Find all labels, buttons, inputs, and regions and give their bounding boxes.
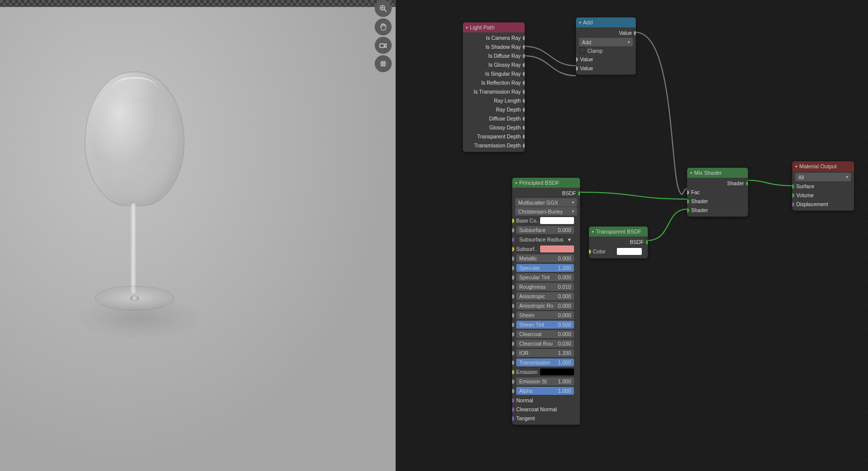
emission-color-input[interactable]: Emission xyxy=(512,367,577,376)
viewport-tool-column xyxy=(375,0,393,72)
operation-dropdown[interactable]: Add▾ xyxy=(579,38,633,46)
zoom-tool-button[interactable] xyxy=(375,0,392,17)
subsurface-color-swatch xyxy=(540,245,574,252)
input-shader-1[interactable]: Shader xyxy=(687,197,748,206)
prop-roughness[interactable]: Roughness0.010 xyxy=(512,282,580,291)
clamp-checkbox[interactable]: Clamp xyxy=(579,47,633,54)
emission-color-swatch xyxy=(540,368,574,375)
input-shader-2[interactable]: Shader xyxy=(687,206,748,215)
prop-clearcoat[interactable]: Clearcoat0.000 xyxy=(512,330,580,339)
node-body: Is Camera Ray Is Shadow Ray Is Diffuse R… xyxy=(463,32,525,152)
prop-metallic[interactable]: Metallic0.000 xyxy=(512,254,580,263)
input-socket[interactable]: Value xyxy=(576,64,636,73)
output-socket[interactable]: Value xyxy=(576,28,636,37)
collapse-icon: ▾ xyxy=(592,230,594,234)
input-volume[interactable]: Volume xyxy=(792,191,854,200)
node-header[interactable]: ▾ Material Output xyxy=(792,161,854,171)
node-material-output[interactable]: ▾ Material Output All▾ Surface Volume Di… xyxy=(792,161,854,211)
output-socket-bsdf[interactable]: BSDF xyxy=(512,189,580,198)
prop-emission-strength[interactable]: Emission St1.000 xyxy=(512,377,580,386)
prop-specular-tint[interactable]: Specular Tint0.000 xyxy=(512,273,580,282)
node-body: Shader Fac Shader Shader xyxy=(687,178,748,217)
node-body: Value Add▾ Clamp Value Value xyxy=(576,27,636,75)
output-socket[interactable]: Ray Length xyxy=(463,96,525,105)
prop-subsurface[interactable]: Subsurface0.000 xyxy=(512,226,580,235)
prop-subsurface-radius[interactable]: Subsurface Radius▾ xyxy=(512,235,580,244)
node-header[interactable]: ▾ Transparent BSDF xyxy=(589,227,648,236)
collapse-icon: ▾ xyxy=(579,20,581,25)
target-dropdown[interactable]: All▾ xyxy=(795,173,851,181)
input-socket[interactable]: Value xyxy=(576,55,636,64)
node-header[interactable]: ▾ Add xyxy=(576,17,636,27)
output-socket[interactable]: Glossy Depth xyxy=(463,123,525,132)
output-socket[interactable]: Is Diffuse Ray xyxy=(463,51,525,60)
output-socket[interactable]: Transparent Depth xyxy=(463,132,525,141)
node-header[interactable]: ▾ Mix Shader xyxy=(687,168,748,178)
prop-anisotropic-rotation[interactable]: Anisotropic Ro0.000 xyxy=(512,301,580,310)
prop-anisotropic[interactable]: Anisotropic0.000 xyxy=(512,292,580,301)
node-transparent-bsdf[interactable]: ▾ Transparent BSDF BSDF Color xyxy=(589,227,648,258)
input-tangent[interactable]: Tangent xyxy=(512,414,580,423)
color-input[interactable]: Color xyxy=(589,247,645,256)
node-title: Transparent BSDF xyxy=(596,229,641,235)
camera-icon xyxy=(379,41,388,50)
output-socket[interactable]: Is Reflection Ray xyxy=(463,78,525,87)
node-body: All▾ Surface Volume Displacement xyxy=(792,171,854,211)
input-surface[interactable]: Surface xyxy=(792,182,854,191)
output-socket[interactable]: Transmission Depth xyxy=(463,141,525,150)
input-normal[interactable]: Normal xyxy=(512,396,580,405)
output-socket[interactable]: Is Camera Ray xyxy=(463,33,525,42)
node-header[interactable]: ▾ Principled BSDF xyxy=(512,178,580,188)
subsurface-color-input[interactable]: Subsurf.. xyxy=(512,244,577,253)
magnifier-plus-icon xyxy=(379,4,388,13)
collapse-icon: ▾ xyxy=(466,25,468,30)
node-math-add[interactable]: ▾ Add Value Add▾ Clamp Value Value xyxy=(576,17,636,75)
output-socket[interactable]: Ray Depth xyxy=(463,105,525,114)
output-socket[interactable]: Is Singular Ray xyxy=(463,69,525,78)
hand-icon xyxy=(379,22,388,31)
node-title: Principled BSDF xyxy=(519,180,560,186)
base-color-swatch xyxy=(540,217,574,224)
grid-tool-button[interactable] xyxy=(375,55,392,72)
node-title: Light Path xyxy=(470,24,495,30)
node-principled-bsdf[interactable]: ▾ Principled BSDF BSDF Multiscatter GGX▾… xyxy=(512,178,580,425)
collapse-icon: ▾ xyxy=(690,171,692,175)
subsurface-method-dropdown[interactable]: Christensen-Burley▾ xyxy=(515,207,577,216)
output-socket-bsdf[interactable]: BSDF xyxy=(589,237,648,246)
render-result xyxy=(0,7,396,471)
render-viewport[interactable] xyxy=(0,0,396,471)
node-header[interactable]: ▾ Light Path xyxy=(463,22,525,32)
output-socket[interactable]: Is Transmission Ray xyxy=(463,87,525,96)
prop-alpha[interactable]: Alpha1.000 xyxy=(512,386,580,395)
node-light-path[interactable]: ▾ Light Path Is Camera Ray Is Shadow Ray… xyxy=(463,22,525,152)
camera-tool-button[interactable] xyxy=(375,37,392,54)
collapse-icon: ▾ xyxy=(795,164,797,169)
node-body: BSDF Color xyxy=(589,236,648,258)
svg-line-1 xyxy=(384,9,387,12)
color-swatch xyxy=(617,248,642,255)
input-fac[interactable]: Fac xyxy=(687,188,748,197)
prop-transmission[interactable]: Transmission1.000 xyxy=(512,358,580,367)
output-socket[interactable]: Is Glossy Ray xyxy=(463,60,525,69)
prop-ior[interactable]: IOR1.330 xyxy=(512,349,580,357)
prop-sheen[interactable]: Sheen0.000 xyxy=(512,311,580,320)
collapse-icon: ▾ xyxy=(515,181,517,185)
prop-specular[interactable]: Specular1.200 xyxy=(512,263,580,272)
prop-sheen-tint[interactable]: Sheen Tint0.500 xyxy=(512,320,580,329)
node-editor[interactable]: ▾ Light Path Is Camera Ray Is Shadow Ray… xyxy=(396,0,868,471)
output-socket-shader[interactable]: Shader xyxy=(687,179,748,188)
viewport-overscan xyxy=(0,0,396,7)
prop-clearcoat-roughness[interactable]: Clearcoat Rou0.030 xyxy=(512,339,580,348)
base-color-input[interactable]: Base Co.. xyxy=(512,216,577,225)
input-displacement[interactable]: Displacement xyxy=(792,200,854,209)
rendered-glass-object xyxy=(75,72,194,331)
output-socket[interactable]: Diffuse Depth xyxy=(463,114,525,123)
node-title: Material Output xyxy=(799,163,837,169)
node-mix-shader[interactable]: ▾ Mix Shader Shader Fac Shader Shader xyxy=(687,168,748,217)
output-socket[interactable]: Is Shadow Ray xyxy=(463,42,525,51)
pan-tool-button[interactable] xyxy=(375,18,392,35)
distribution-dropdown[interactable]: Multiscatter GGX▾ xyxy=(515,198,577,207)
node-body: BSDF Multiscatter GGX▾ Christensen-Burle… xyxy=(512,188,580,425)
svg-rect-4 xyxy=(380,44,384,48)
input-clearcoat-normal[interactable]: Clearcoat Normal xyxy=(512,405,580,414)
